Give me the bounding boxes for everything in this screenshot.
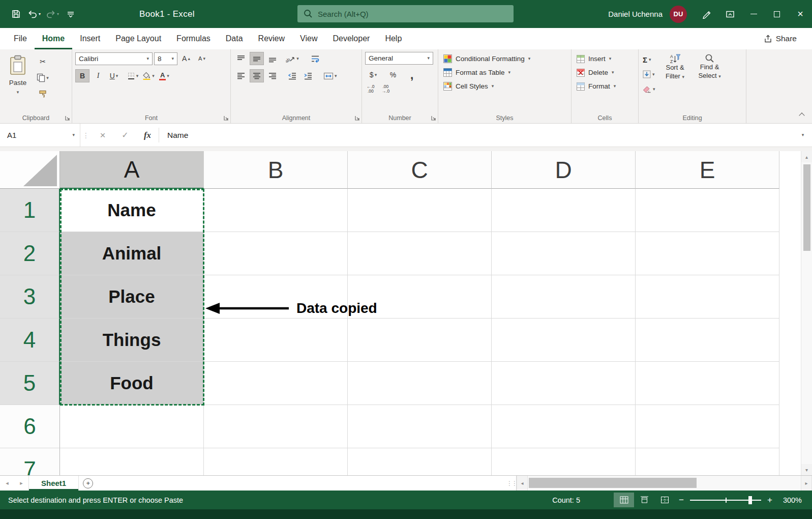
center-button[interactable]: [250, 69, 264, 82]
maximize-button[interactable]: [765, 0, 789, 28]
cell-a3[interactable]: Place: [60, 275, 204, 319]
horizontal-scrollbar[interactable]: ◂ ▸: [516, 476, 812, 491]
copy-button[interactable]: ▾: [36, 71, 50, 84]
clear-button[interactable]: ▾: [642, 83, 656, 95]
zoom-level[interactable]: 300%: [780, 496, 812, 504]
row-header-5[interactable]: 5: [0, 362, 60, 405]
search-box[interactable]: [297, 5, 514, 22]
tab-formulas[interactable]: Formulas: [169, 28, 218, 49]
underline-button[interactable]: U▾: [107, 69, 121, 82]
insert-function-button[interactable]: fx: [136, 124, 159, 147]
cell-d5[interactable]: [492, 362, 636, 405]
font-name-combobox[interactable]: Calibri ▾: [75, 52, 153, 65]
cell-b5[interactable]: [204, 362, 348, 405]
insert-cells-button[interactable]: Insert ▾: [575, 52, 635, 66]
cell-d4[interactable]: [492, 319, 636, 362]
format-cells-button[interactable]: Format ▾: [575, 79, 635, 93]
cell-e6[interactable]: [636, 405, 779, 448]
view-page-break-button[interactable]: [654, 493, 675, 507]
bottom-align-button[interactable]: [265, 52, 280, 65]
row-header-3[interactable]: 3: [0, 275, 60, 319]
row-header-2[interactable]: 2: [0, 232, 60, 275]
scroll-left-button[interactable]: ◂: [517, 476, 528, 491]
cell-a1[interactable]: Name: [60, 189, 204, 232]
font-dialog-launcher[interactable]: [224, 116, 229, 121]
cell-d1[interactable]: [492, 189, 636, 232]
enter-button[interactable]: ✓: [114, 124, 136, 147]
column-header-d[interactable]: D: [492, 151, 636, 189]
fill-button[interactable]: ▾: [642, 68, 656, 80]
increase-font-size-button[interactable]: A▴: [179, 52, 193, 65]
tab-home[interactable]: Home: [35, 28, 72, 49]
cell-b4[interactable]: [204, 319, 348, 362]
cancel-button[interactable]: ×: [92, 124, 114, 147]
font-color-button[interactable]: A ▾: [157, 69, 171, 82]
accounting-format-button[interactable]: $▾: [365, 68, 381, 81]
horizontal-scroll-track[interactable]: [528, 476, 801, 491]
row-header-4[interactable]: 4: [0, 319, 60, 362]
fill-color-button[interactable]: ▾: [141, 69, 156, 82]
italic-button[interactable]: I: [91, 69, 105, 82]
percent-style-button[interactable]: %: [386, 68, 400, 81]
cell-c7[interactable]: [348, 448, 492, 475]
zoom-in-button[interactable]: +: [763, 495, 776, 505]
tab-review[interactable]: Review: [251, 28, 292, 49]
cell-styles-button[interactable]: Cell Styles ▾: [441, 79, 568, 93]
cell-c1[interactable]: [348, 189, 492, 232]
tab-page-layout[interactable]: Page Layout: [108, 28, 169, 49]
formula-input[interactable]: Name: [159, 124, 794, 147]
cell-c5[interactable]: [348, 362, 492, 405]
scroll-right-button[interactable]: ▸: [801, 476, 812, 491]
decrease-font-size-button[interactable]: A▾: [195, 52, 209, 65]
cell-e4[interactable]: [636, 319, 779, 362]
select-all-corner[interactable]: [0, 151, 60, 189]
sheet-tab-sheet1[interactable]: Sheet1: [28, 476, 79, 491]
cell-b1[interactable]: [204, 189, 348, 232]
cut-button[interactable]: ✂: [36, 55, 50, 68]
align-left-button[interactable]: [234, 69, 248, 82]
merge-center-button[interactable]: ▾: [323, 69, 338, 82]
cell-e7[interactable]: [636, 448, 779, 475]
save-button[interactable]: [8, 6, 23, 23]
tab-help[interactable]: Help: [377, 28, 409, 49]
vertical-scroll-thumb[interactable]: [803, 164, 810, 251]
increase-decimal-button[interactable]: ←.0.00: [365, 84, 376, 94]
top-align-button[interactable]: [234, 52, 248, 65]
close-button[interactable]: ×: [789, 0, 812, 28]
horizontal-scroll-thumb[interactable]: [529, 478, 697, 488]
next-sheet-button[interactable]: ▸: [14, 476, 28, 491]
minimize-button[interactable]: [742, 0, 765, 28]
formula-bar-drag-handle[interactable]: ⋮: [80, 124, 92, 147]
clipboard-dialog-launcher[interactable]: [65, 116, 70, 121]
zoom-slider[interactable]: [690, 500, 761, 501]
tab-developer[interactable]: Developer: [325, 28, 377, 49]
cell-d2[interactable]: [492, 232, 636, 275]
cell-a2[interactable]: Animal: [60, 232, 204, 275]
cell-b6[interactable]: [204, 405, 348, 448]
collapse-ribbon-button[interactable]: [800, 111, 804, 119]
autosum-button[interactable]: Σ▾: [642, 53, 656, 66]
cell-c2[interactable]: [348, 232, 492, 275]
cell-a4[interactable]: Things: [60, 319, 204, 362]
decrease-decimal-button[interactable]: .00→.0: [380, 84, 392, 94]
tab-splitter-handle[interactable]: ⋮⋮: [507, 476, 516, 491]
zoom-out-button[interactable]: −: [675, 495, 688, 505]
view-normal-button[interactable]: [614, 493, 634, 507]
share-button[interactable]: Share: [764, 28, 797, 49]
font-size-combobox[interactable]: 8 ▾: [154, 52, 177, 65]
increase-indent-button[interactable]: [301, 69, 315, 82]
cell-a6[interactable]: [60, 405, 204, 448]
scroll-down-button[interactable]: ▾: [801, 464, 812, 475]
row-header-6[interactable]: 6: [0, 405, 60, 448]
column-header-a[interactable]: A: [60, 151, 204, 189]
cell-a7[interactable]: [60, 448, 204, 475]
undo-button[interactable]: ▾: [26, 6, 42, 23]
tab-insert[interactable]: Insert: [72, 28, 108, 49]
wrap-text-button[interactable]: [308, 52, 322, 65]
alignment-dialog-launcher[interactable]: [355, 116, 360, 121]
customize-quick-access-button[interactable]: [63, 6, 78, 23]
avatar[interactable]: DU: [670, 6, 687, 23]
redo-button[interactable]: ▾: [45, 6, 60, 23]
cell-d6[interactable]: [492, 405, 636, 448]
cell-b2[interactable]: [204, 232, 348, 275]
